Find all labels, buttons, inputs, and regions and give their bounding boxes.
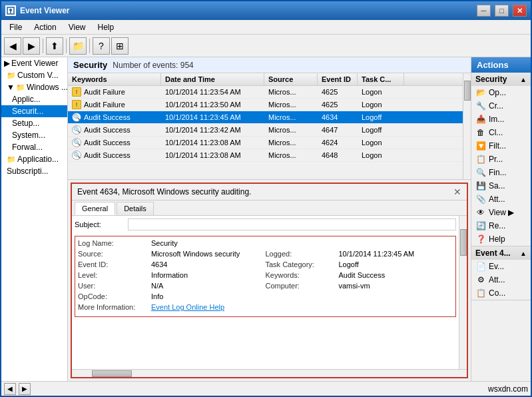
properties-button[interactable]: ⊞: [111, 37, 129, 55]
row-eventid: 4625: [318, 99, 358, 111]
opcode-label: OpCode:: [78, 292, 151, 300]
folder-icon3: 📁: [7, 155, 16, 164]
folder-open-icon: 📂: [475, 87, 486, 98]
table-row[interactable]: ! Audit Failure 10/1/2014 11:23:54 AM Mi…: [68, 86, 463, 99]
tab-details[interactable]: Details: [117, 202, 154, 215]
table-row-selected[interactable]: 🔍 Audit Success 10/1/2014 11:23:45 AM Mi…: [68, 111, 463, 124]
events-section-title: Security: [73, 60, 107, 70]
subject-row: Subject:: [75, 218, 456, 230]
tree-windows-label: Windows ...: [27, 83, 67, 92]
event-attach-icon: ⚙: [475, 274, 486, 285]
toolbar-separator: [43, 39, 43, 53]
action-filter-label: Filt...: [489, 141, 506, 151]
keywords-value: Audit Success: [339, 271, 386, 279]
action-view[interactable]: 👁 View ▶: [471, 206, 531, 219]
forward-button[interactable]: ▶: [23, 37, 40, 55]
menu-view[interactable]: View: [63, 21, 91, 34]
col-source[interactable]: Source: [264, 73, 318, 85]
action-refresh-label: Re...: [489, 221, 505, 230]
tree-subs-label: Subscripti...: [7, 167, 49, 176]
action-open[interactable]: 📂 Op...: [471, 86, 531, 99]
table-scrollbar[interactable]: [463, 73, 471, 179]
help-button[interactable]: ?: [93, 37, 110, 55]
action-save-label: Sa...: [489, 181, 505, 191]
action-import[interactable]: 📥 Im...: [471, 113, 531, 126]
tree-system[interactable]: System...: [1, 129, 67, 141]
row-keywords: ! Audit Failure: [68, 86, 161, 98]
tab-general[interactable]: General: [75, 202, 115, 215]
tree-security[interactable]: Securit...: [1, 105, 67, 117]
action-create-label: Cr...: [489, 101, 503, 111]
tree-security-label: Securit...: [12, 107, 43, 116]
tree-windows-logs[interactable]: ▼ 📁 Windows ...: [1, 81, 67, 93]
tree-application[interactable]: Applic...: [1, 93, 67, 105]
tree-system-label: System...: [12, 131, 45, 140]
tree-subscriptions[interactable]: Subscripti...: [1, 165, 67, 177]
event-section-header[interactable]: Event 4... ▲: [471, 246, 531, 260]
row-source: Micros...: [264, 149, 318, 161]
table-row[interactable]: 🔍 Audit Success 10/1/2014 11:23:08 AM Mi…: [68, 149, 463, 162]
action-create[interactable]: 🔧 Cr...: [471, 99, 531, 113]
folder-button[interactable]: 📁: [69, 37, 87, 55]
up-button[interactable]: ⬆: [46, 37, 63, 55]
keywords-label: Keywords:: [266, 271, 339, 279]
minimize-button[interactable]: ─: [477, 5, 491, 17]
col-datetime[interactable]: Date and Time: [161, 73, 264, 85]
action-event-copy[interactable]: 📋 Co...: [471, 286, 531, 300]
back-button[interactable]: ◀: [4, 37, 21, 55]
log-name-label: Log Name:: [78, 239, 151, 247]
action-find[interactable]: 🔍 Fin...: [471, 166, 531, 179]
horizontal-scrollbar[interactable]: [72, 369, 467, 377]
tree-applications[interactable]: 📁 Applicatio...: [1, 153, 67, 165]
action-save[interactable]: 💾 Sa...: [471, 179, 531, 193]
folder-icon2: 📁: [16, 83, 25, 92]
status-back[interactable]: ◀: [4, 383, 16, 395]
tree-setup-label: Setup...: [12, 119, 39, 128]
close-button[interactable]: ✕: [513, 5, 527, 17]
success-icon: 🔍: [72, 113, 81, 122]
menu-file[interactable]: File: [4, 21, 27, 34]
svg-point-1: [9, 9, 12, 11]
row-eventid: 4647: [318, 124, 358, 136]
copy-icon: 📋: [475, 288, 486, 298]
action-event-view-label: Ev...: [489, 262, 504, 271]
action-clear[interactable]: 🗑 Cl...: [471, 126, 531, 139]
action-filter[interactable]: 🔽 Filt...: [471, 139, 531, 153]
menu-help[interactable]: Help: [93, 21, 120, 34]
table-row[interactable]: 🔍 Audit Success 10/1/2014 11:23:42 AM Mi…: [68, 124, 463, 137]
tree-setup[interactable]: Setup...: [1, 117, 67, 129]
detail-grid: Log Name: Security Source: Microsoft Win…: [75, 236, 456, 317]
row-taskcat: Logoff: [358, 111, 404, 123]
col-taskcat[interactable]: Task C...: [358, 73, 404, 85]
moreinfo-link[interactable]: Event Log Online Help: [151, 303, 224, 311]
tree-forwarded[interactable]: Forwal...: [1, 141, 67, 153]
level-value: Information: [151, 271, 188, 279]
security-section-header[interactable]: Security ▲: [471, 73, 531, 86]
action-attach-label: Att...: [489, 195, 505, 204]
event-actions-section: Event 4... ▲ 📄 Ev... ⚙ Att... 📋 Co...: [471, 246, 531, 300]
table-row[interactable]: 🔍 Audit Success 10/1/2014 11:23:08 AM Mi…: [68, 137, 463, 149]
menu-action[interactable]: Action: [29, 21, 61, 34]
subject-input[interactable]: [128, 218, 456, 230]
status-forward[interactable]: ▶: [19, 383, 31, 395]
action-attach[interactable]: 📎 Att...: [471, 193, 531, 206]
action-event-attach[interactable]: ⚙ Att...: [471, 273, 531, 286]
detail-scrollbar[interactable]: [459, 216, 467, 369]
row-keywords: 🔍 Audit Success: [68, 124, 161, 136]
table-row[interactable]: ! Audit Failure 10/1/2014 11:23:50 AM Mi…: [68, 99, 463, 111]
status-info: wsxdn.com: [488, 384, 528, 394]
action-properties[interactable]: 📋 Pr...: [471, 153, 531, 166]
detail-close-button[interactable]: ✕: [453, 187, 461, 197]
tree-root[interactable]: ▶ Event Viewer: [1, 57, 67, 69]
action-refresh[interactable]: 🔄 Re...: [471, 219, 531, 232]
col-keywords[interactable]: Keywords: [68, 73, 161, 85]
action-help[interactable]: ❓ Help: [471, 232, 531, 246]
action-event-view[interactable]: 📄 Ev...: [471, 260, 531, 273]
col-eventid[interactable]: Event ID: [318, 73, 358, 85]
maximize-button[interactable]: □: [495, 5, 509, 17]
event-section-arrow: ▲: [520, 250, 527, 257]
tree-custom-views[interactable]: 📁 Custom V...: [1, 69, 67, 81]
logged-value: 10/1/2014 11:23:45 AM: [339, 250, 415, 258]
taskcategory-value: Logoff: [339, 260, 359, 268]
action-help-label: Help: [489, 234, 505, 244]
